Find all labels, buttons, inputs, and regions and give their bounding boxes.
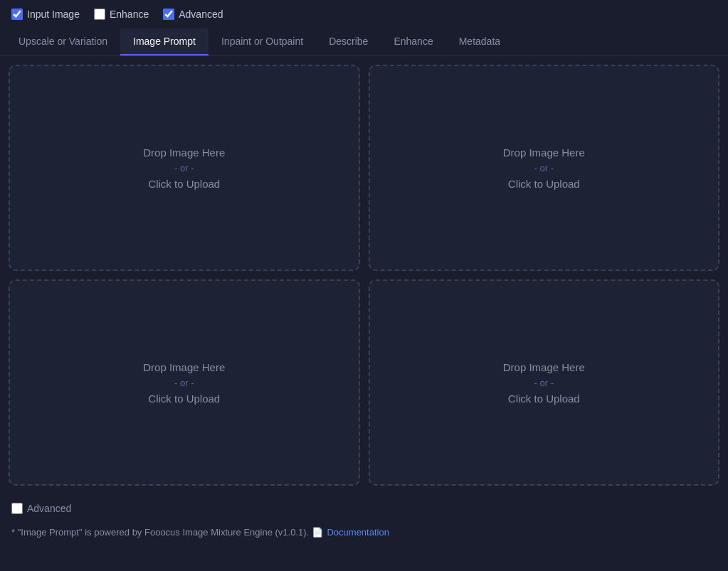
advanced-top-label: Advanced [179,9,223,20]
input-image-checkbox[interactable] [11,9,23,20]
drop-text-4: Drop Image Here [503,361,585,373]
advanced-bottom-label: Advanced [27,503,71,514]
tabs-container: Upscale or Variation Image Prompt Inpain… [0,28,728,56]
drop-text-3: Drop Image Here [143,361,225,373]
advanced-bottom-wrapper[interactable]: Advanced [11,503,71,514]
footer-text: * "Image Prompt" is powered by Fooocus I… [11,527,309,538]
input-image-checkbox-wrapper[interactable]: Input Image [11,9,80,20]
documentation-link[interactable]: Documentation [327,527,389,538]
tab-describe[interactable]: Describe [316,28,381,55]
doc-icon: 📄 [312,527,323,538]
input-image-label: Input Image [27,9,80,20]
tab-image-prompt[interactable]: Image Prompt [120,28,209,55]
or-text-4: - or - [534,378,554,388]
click-to-upload-1: Click to Upload [148,178,220,190]
bottom-bar: Advanced [0,494,728,523]
tab-upscale[interactable]: Upscale or Variation [6,28,120,55]
tab-metadata[interactable]: Metadata [446,28,513,55]
footer: * "Image Prompt" is powered by Fooocus I… [0,523,728,546]
upload-grid: Drop Image Here - or - Click to Upload D… [9,65,719,486]
drop-text-1: Drop Image Here [143,146,225,159]
advanced-bottom-checkbox[interactable] [11,503,23,514]
top-bar: Input Image Enhance Advanced [0,0,728,28]
advanced-top-checkbox[interactable] [163,9,174,20]
click-to-upload-3: Click to Upload [148,393,220,405]
enhance-checkbox-wrapper[interactable]: Enhance [94,9,149,20]
advanced-checkbox-wrapper[interactable]: Advanced [163,9,223,20]
enhance-label: Enhance [110,9,149,20]
upload-zone-1[interactable]: Drop Image Here - or - Click to Upload [9,65,360,271]
upload-zone-3[interactable]: Drop Image Here - or - Click to Upload [9,279,360,486]
or-text-1: - or - [174,163,194,174]
tab-enhance[interactable]: Enhance [381,28,445,55]
click-to-upload-4: Click to Upload [508,393,580,405]
click-to-upload-2: Click to Upload [508,178,580,190]
tab-inpaint[interactable]: Inpaint or Outpaint [209,28,316,55]
upload-zone-2[interactable]: Drop Image Here - or - Click to Upload [369,65,720,271]
main-content: Drop Image Here - or - Click to Upload D… [0,56,728,494]
or-text-3: - or - [174,378,194,388]
drop-text-2: Drop Image Here [503,146,585,159]
or-text-2: - or - [534,163,554,174]
enhance-checkbox[interactable] [94,9,105,20]
upload-zone-4[interactable]: Drop Image Here - or - Click to Upload [369,279,720,486]
